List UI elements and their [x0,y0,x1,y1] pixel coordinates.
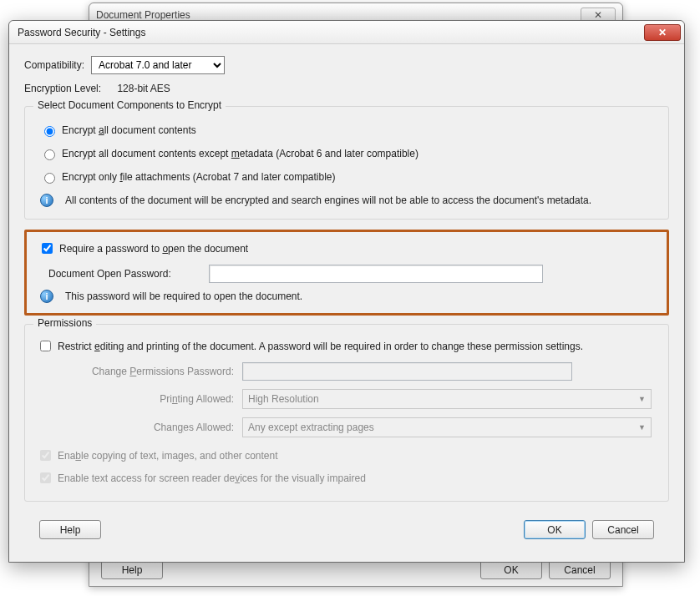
dialog-close-button[interactable]: ✕ [644,24,681,41]
parent-cancel-button[interactable]: Cancel [549,560,611,579]
compatibility-row: Compatibility: Acrobat 7.0 and later [24,56,669,74]
restrict-editing-label: Restrict editing and printing of the doc… [58,341,583,352]
document-properties-footer: Help OK Cancel [89,560,622,579]
printing-allowed-value: High Resolution [248,393,319,405]
parent-ok-button[interactable]: OK [480,560,542,579]
change-permissions-password-input [242,362,572,381]
change-permissions-password-label: Change Permissions Password: [67,366,242,377]
open-password-info-text: This password will be required to open t… [65,290,302,302]
open-password-info-row: i This password will be required to open… [40,290,655,303]
open-password-highlight: Require a password to open the document … [24,230,669,316]
chevron-down-icon: ▼ [638,423,646,432]
permissions-group: Permissions Restrict editing and printin… [24,324,669,502]
encrypt-except-metadata-radio[interactable] [44,149,55,160]
password-security-dialog: Password Security - Settings ✕ Compatibi… [8,20,685,563]
close-icon: ✕ [658,27,667,38]
ok-button[interactable]: OK [524,520,586,539]
enable-copying-label: Enable copying of text, images, and othe… [58,450,278,462]
encrypt-all-label: Encrypt all document contents [62,124,196,136]
encrypt-file-attachments-radio[interactable] [44,173,55,184]
encrypt-all-radio[interactable] [44,126,55,137]
document-open-password-input[interactable] [209,265,543,283]
document-open-password-label: Document Open Password: [48,268,209,280]
enable-text-access-row: Enable text access for screen reader dev… [37,470,657,486]
encrypt-components-group: Select Document Components to Encrypt En… [24,106,669,220]
encryption-level-value: 128-bit AES [117,83,170,94]
help-button[interactable]: Help [39,520,101,539]
compatibility-select[interactable]: Acrobat 7.0 and later [91,56,225,74]
info-icon: i [40,290,53,303]
require-open-password-checkbox[interactable] [42,243,53,254]
parent-help-button[interactable]: Help [101,560,163,579]
require-open-password-row[interactable]: Require a password to open the document [38,240,655,256]
encrypt-file-attachments-radio-row[interactable]: Encrypt only file attachments (Acrobat 7… [40,170,657,184]
enable-copying-checkbox [40,450,51,461]
close-icon: ✕ [594,9,602,21]
dialog-title: Password Security - Settings [18,27,145,38]
compatibility-label: Compatibility: [24,59,84,71]
printing-allowed-select: High Resolution ▼ [242,389,652,409]
encrypt-info-text: All contents of the document will be enc… [65,194,591,206]
encryption-level-label: Encryption Level: [24,83,101,94]
dialog-titlebar: Password Security - Settings ✕ [9,21,684,44]
encrypt-components-legend: Select Document Components to Encrypt [33,99,226,111]
cancel-button[interactable]: Cancel [592,520,654,539]
restrict-editing-checkbox[interactable] [40,341,51,351]
document-open-password-row: Document Open Password: [48,265,655,283]
enable-text-access-checkbox [40,472,51,483]
require-open-password-label: Require a password to open the document [59,243,248,255]
encrypt-info-row: i All contents of the document will be e… [40,194,657,207]
encryption-level-row: Encryption Level: 128-bit AES [24,83,669,94]
chevron-down-icon: ▼ [638,395,646,403]
printing-allowed-row: Printing Allowed: High Resolution ▼ [67,389,657,409]
encrypt-except-metadata-label: Encrypt all document contents except met… [62,148,418,159]
encrypt-except-metadata-radio-row[interactable]: Encrypt all document contents except met… [40,147,657,160]
enable-text-access-label: Enable text access for screen reader dev… [58,472,366,484]
changes-allowed-value: Any except extracting pages [248,422,374,433]
changes-allowed-select: Any except extracting pages ▼ [242,417,652,437]
info-icon: i [40,194,53,207]
document-properties-title: Document Properties [96,9,190,21]
encrypt-all-radio-row[interactable]: Encrypt all document contents [40,124,657,137]
changes-allowed-row: Changes Allowed: Any except extracting p… [67,417,657,437]
restrict-editing-row[interactable]: Restrict editing and printing of the doc… [37,338,657,354]
dialog-footer: Help OK Cancel [24,512,669,539]
enable-copying-row: Enable copying of text, images, and othe… [37,447,657,463]
dialog-content: Compatibility: Acrobat 7.0 and later Enc… [9,44,684,551]
printing-allowed-label: Printing Allowed: [67,393,242,405]
encrypt-file-attachments-label: Encrypt only file attachments (Acrobat 7… [62,171,336,183]
change-permissions-password-row: Change Permissions Password: [67,362,657,381]
permissions-legend: Permissions [33,317,96,329]
changes-allowed-label: Changes Allowed: [67,422,242,433]
